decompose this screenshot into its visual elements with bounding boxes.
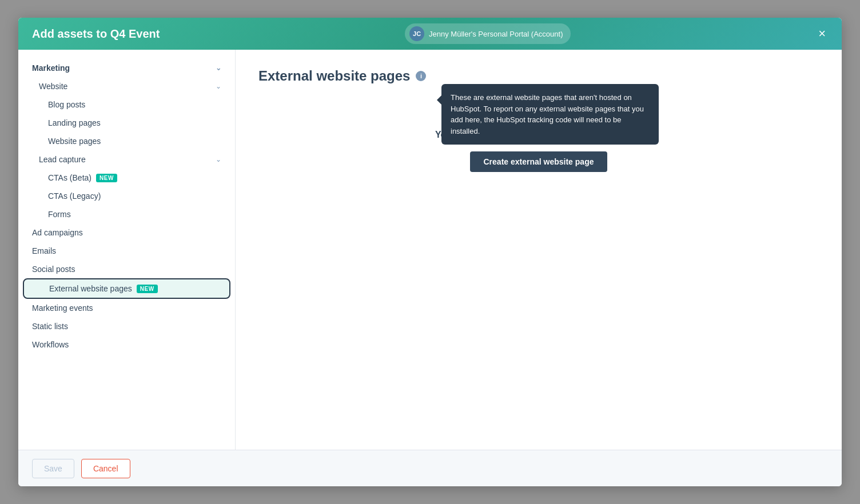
main-content: External website pages i These are exter…: [236, 50, 842, 450]
modal-header: Add assets to Q4 Event JC Jenny Müller's…: [18, 18, 842, 50]
sidebar-item-workflows-label: Workflows: [32, 340, 69, 349]
modal: Add assets to Q4 Event JC Jenny Müller's…: [18, 18, 842, 486]
tooltip-arrow: [437, 95, 441, 105]
sidebar-item-forms-label: Forms: [48, 210, 71, 219]
sidebar-item-static-lists[interactable]: Static lists: [18, 317, 235, 335]
sidebar-item-landing-pages[interactable]: Landing pages: [18, 114, 235, 132]
new-badge: NEW: [96, 174, 117, 182]
sidebar-item-ad-campaigns[interactable]: Ad campaigns: [18, 223, 235, 242]
page-title: External website pages: [258, 68, 410, 84]
sidebar-item-marketing[interactable]: Marketing ⌄: [18, 59, 235, 77]
sidebar-item-ctas-legacy-label: CTAs (Legacy): [48, 191, 101, 201]
sidebar-item-static-lists-label: Static lists: [32, 322, 68, 331]
sidebar-item-ad-campaigns-label: Ad campaigns: [32, 228, 83, 237]
sidebar-item-marketing-events-label: Marketing events: [32, 303, 93, 313]
sidebar-item-lead-capture-label: Lead capture: [39, 155, 86, 164]
sidebar-item-blog-posts-label: Blog posts: [48, 100, 85, 109]
sidebar-item-forms[interactable]: Forms: [18, 205, 235, 223]
sidebar-item-marketing-events[interactable]: Marketing events: [18, 299, 235, 317]
sidebar-item-ctas-beta[interactable]: CTAs (Beta) NEW: [18, 169, 235, 187]
page-title-row: External website pages i: [258, 68, 819, 84]
close-button[interactable]: ×: [816, 25, 828, 42]
sidebar-item-ctas-beta-label: CTAs (Beta): [48, 173, 91, 182]
sidebar: Marketing ⌄ Website ⌄ Blog posts Landing…: [18, 50, 236, 450]
modal-footer: Save Cancel: [18, 450, 842, 486]
new-badge-external: NEW: [137, 285, 158, 293]
sidebar-item-external-website-pages[interactable]: External website pages NEW: [23, 278, 230, 299]
sidebar-item-blog-posts[interactable]: Blog posts: [18, 95, 235, 114]
modal-body: Marketing ⌄ Website ⌄ Blog posts Landing…: [18, 50, 842, 450]
sidebar-item-landing-pages-label: Landing pages: [48, 118, 101, 127]
sidebar-item-social-posts-label: Social posts: [32, 265, 75, 274]
sidebar-item-social-posts[interactable]: Social posts: [18, 260, 235, 278]
sidebar-item-website-pages-label: Website pages: [48, 137, 101, 146]
chevron-down-icon: ⌄: [216, 64, 221, 72]
chevron-down-icon: ⌄: [216, 155, 221, 163]
sidebar-item-external-website-pages-label: External website pages: [49, 284, 132, 293]
sidebar-item-website-pages[interactable]: Website pages: [18, 132, 235, 150]
info-icon[interactable]: i: [416, 71, 426, 81]
sidebar-item-ctas-legacy[interactable]: CTAs (Legacy): [18, 187, 235, 205]
sidebar-item-website-label: Website: [39, 82, 67, 91]
sidebar-item-lead-capture[interactable]: Lead capture ⌄: [18, 150, 235, 169]
sidebar-item-workflows[interactable]: Workflows: [18, 335, 235, 354]
tooltip-text: These are external website pages that ar…: [451, 93, 644, 135]
sidebar-item-website[interactable]: Website ⌄: [18, 77, 235, 95]
account-name: Jenny Müller's Personal Portal (Account): [429, 30, 563, 38]
cancel-button[interactable]: Cancel: [81, 459, 130, 478]
account-badge[interactable]: JC Jenny Müller's Personal Portal (Accou…: [405, 23, 571, 44]
save-button[interactable]: Save: [32, 459, 74, 478]
create-external-page-button[interactable]: Create external website page: [470, 151, 608, 172]
sidebar-item-marketing-label: Marketing: [32, 63, 70, 73]
sidebar-item-emails[interactable]: Emails: [18, 242, 235, 260]
modal-overlay: Add assets to Q4 Event JC Jenny Müller's…: [0, 0, 860, 504]
sidebar-item-emails-label: Emails: [32, 246, 56, 255]
modal-title: Add assets to Q4 Event: [32, 27, 160, 41]
chevron-down-icon: ⌄: [216, 82, 221, 90]
tooltip-box: These are external website pages that ar…: [441, 84, 659, 145]
account-avatar: JC: [409, 26, 424, 41]
